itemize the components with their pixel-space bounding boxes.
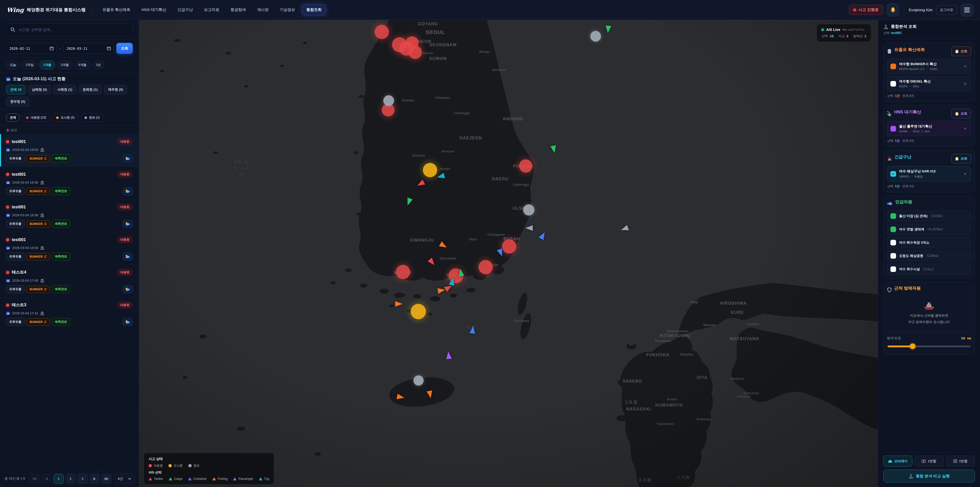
- ship-marker-gray[interactable]: [525, 225, 533, 231]
- region-filter-chip[interactable]: 중부청 (0): [6, 97, 29, 107]
- date-to-input[interactable]: 2026-03-11: [63, 43, 114, 54]
- checkbox[interactable]: ✓: [891, 171, 896, 177]
- sensitive-resource-item[interactable]: ✓ 여수 갯벌 생태계 (4,013ha): [887, 224, 971, 235]
- ship-marker-cargo[interactable]: [405, 198, 413, 207]
- ship-marker-tug[interactable]: [436, 173, 445, 180]
- ship-marker-gray[interactable]: [620, 225, 629, 233]
- incident-marker[interactable]: [414, 375, 424, 386]
- nav-menu-item[interactable]: 항공탐색: [226, 5, 250, 15]
- region-filter-chip[interactable]: 서해청 (1): [53, 85, 76, 94]
- ship-marker-tanker[interactable]: [428, 258, 436, 267]
- sensitive-resource-item[interactable]: ✓ 돌산 어장 (김·전복) (131ha): [887, 211, 971, 222]
- close-icon[interactable]: ✕: [963, 81, 968, 86]
- page-number-button[interactable]: 1: [54, 474, 64, 484]
- date-from-input[interactable]: 2026-02-11: [6, 43, 57, 54]
- status-filter-closed[interactable]: 종료 (1): [81, 113, 103, 122]
- incident-marker[interactable]: [523, 204, 535, 216]
- weather-button[interactable]: [123, 187, 133, 195]
- ship-marker-cargo[interactable]: [605, 26, 611, 34]
- ship-marker-container[interactable]: [538, 231, 547, 240]
- ship-marker-fishing[interactable]: [396, 394, 405, 401]
- incident-card[interactable]: test001 대응중 2026-03-04 18:58: [0, 200, 139, 232]
- ship-marker-fishing[interactable]: [438, 287, 445, 294]
- close-icon[interactable]: ✕: [963, 126, 968, 131]
- date-query-button[interactable]: 조회: [116, 43, 133, 54]
- checkbox[interactable]: ✓: [891, 267, 896, 272]
- weather-button[interactable]: [123, 155, 133, 163]
- ship-marker-cargo[interactable]: [458, 268, 465, 276]
- oil-prediction-item[interactable]: ✓ 여수항 BUNKER-C 확산 KOSPS+OpenDrift · 150k…: [887, 59, 971, 74]
- incident-card[interactable]: test001 대응중 2026-03-04 19:00: [0, 134, 139, 167]
- ship-marker-tug[interactable]: [449, 277, 456, 286]
- incident-marker[interactable]: [383, 95, 394, 106]
- oil-query-button[interactable]: 조회: [951, 46, 971, 56]
- next-page-button[interactable]: [89, 474, 100, 484]
- checkbox[interactable]: ✓: [891, 81, 896, 86]
- logout-button[interactable]: 로그아웃: [936, 5, 957, 15]
- checkbox[interactable]: ✓: [891, 64, 896, 69]
- ship-marker-fishing[interactable]: [395, 301, 403, 307]
- status-filter-investigating[interactable]: 조사중 (2): [52, 113, 78, 122]
- sensitive-resource-item[interactable]: ✓ 오동도 해상공원 (125ha): [887, 250, 971, 262]
- hns-prediction-item[interactable]: ✓ 울산 톨루엔 대기확산 ALOHA · IDLH 1.2km ✕: [887, 121, 971, 136]
- prev-page-button[interactable]: [41, 474, 52, 484]
- incident-marker[interactable]: [423, 163, 437, 177]
- incident-card[interactable]: test001 대응중 2026-03-04 18:58: [0, 232, 139, 265]
- page-size-select[interactable]: 6건: [115, 473, 134, 484]
- close-icon[interactable]: ✕: [963, 171, 968, 177]
- search-box[interactable]: [6, 23, 133, 36]
- region-filter-chip[interactable]: 동해청 (1): [79, 85, 102, 94]
- checkbox[interactable]: ✓: [891, 213, 896, 219]
- quick-range-chip[interactable]: 1개월: [40, 61, 55, 69]
- first-page-button[interactable]: [30, 474, 40, 484]
- checkbox[interactable]: ✓: [891, 126, 896, 131]
- sensitive-resource-item[interactable]: ✓ 여수 취수시설 (2개소): [887, 263, 971, 275]
- notifications-button[interactable]: [886, 3, 899, 17]
- nav-menu-item[interactable]: 보고자료: [200, 5, 224, 15]
- quick-range-chip[interactable]: 오늘: [6, 61, 20, 69]
- slider-thumb[interactable]: [910, 343, 915, 349]
- incident-marker[interactable]: [375, 25, 389, 39]
- checkbox[interactable]: ✓: [891, 253, 896, 259]
- region-filter-chip[interactable]: 전체 16: [6, 85, 25, 94]
- ship-marker-cargo[interactable]: [550, 145, 557, 153]
- region-filter-chip[interactable]: 남해청 (3): [28, 85, 51, 94]
- incident-marker[interactable]: [396, 265, 410, 279]
- nav-menu-item[interactable]: 게시판: [253, 5, 273, 15]
- ship-marker-container[interactable]: [469, 326, 476, 334]
- map-area[interactable]: GOYANGSEOULINCHEONSEONGNAMAnsanSUWONWonj…: [139, 20, 878, 487]
- weather-button[interactable]: [123, 285, 133, 293]
- ship-marker-fishing[interactable]: [427, 390, 434, 399]
- weather-button[interactable]: [123, 252, 133, 260]
- incident-marker[interactable]: [502, 239, 516, 254]
- quick-range-chip[interactable]: 1주일: [22, 61, 37, 69]
- nav-menu-item[interactable]: 유출유 확산예측: [98, 5, 135, 15]
- nav-menu-item[interactable]: 긴급구난: [173, 5, 197, 15]
- radius-slider[interactable]: [888, 343, 970, 349]
- nav-menu-item[interactable]: HNS·대기확산: [137, 5, 171, 15]
- nav-menu-item[interactable]: 기상정보: [275, 5, 299, 15]
- incident-marker[interactable]: [479, 260, 493, 274]
- oil-prediction-item[interactable]: ✓ 여수항 DIESEL 확산 KOSPS · 30kL ✕: [887, 76, 971, 91]
- ship-marker-passenger[interactable]: [445, 351, 452, 359]
- run-analysis-button[interactable]: 통합 분석 비교 실행: [883, 469, 975, 482]
- split3-mode-button[interactable]: 3분할: [946, 456, 975, 466]
- sar-operation-item[interactable]: ✓ 여수 해상구난 SAR #12 SAROPS · 확률맵 ✕: [887, 166, 971, 182]
- incident-card[interactable]: 테스트4 대응중 2026-03-04 17:45: [0, 265, 139, 297]
- quick-range-chip[interactable]: 6개월: [75, 61, 90, 69]
- incident-marker[interactable]: [409, 46, 422, 59]
- quick-range-chip[interactable]: 3개월: [57, 61, 73, 69]
- status-filter-responding[interactable]: 대응중 (13): [22, 113, 50, 122]
- quick-range-chip[interactable]: 1년: [92, 61, 104, 69]
- incident-marker[interactable]: [590, 31, 601, 42]
- incident-marker[interactable]: [410, 304, 426, 319]
- incident-card[interactable]: 테스트3 대응중 2026-03-04 17:41: [0, 297, 139, 330]
- last-page-button[interactable]: [102, 474, 111, 484]
- weather-button[interactable]: [123, 318, 133, 326]
- ship-marker-fishing[interactable]: [439, 241, 448, 250]
- split2-mode-button[interactable]: 2분할: [915, 456, 944, 466]
- hamburger-menu-button[interactable]: [961, 3, 974, 17]
- region-filter-chip[interactable]: 제주청 (0): [104, 85, 127, 94]
- page-number-button[interactable]: 2: [65, 474, 76, 484]
- page-number-button[interactable]: 3: [78, 474, 88, 484]
